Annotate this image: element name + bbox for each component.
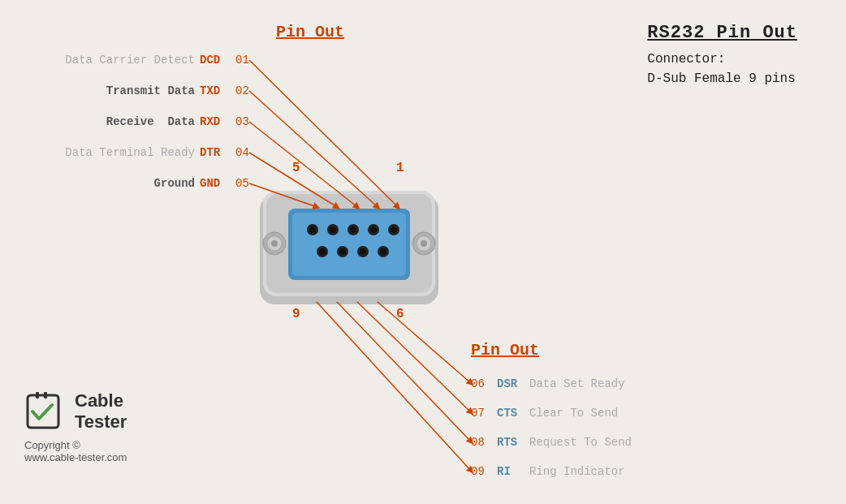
svg-point-10	[309, 226, 316, 233]
pin-2-desc: Transmit Data	[16, 84, 195, 97]
pin-row-1: Data Carrier Detect DCD 01	[16, 45, 260, 75]
pin-8-num: 08	[471, 436, 497, 449]
pin-row-8: 08 RTS Request To Send	[471, 428, 632, 457]
logo-tester: Tester	[75, 411, 127, 433]
svg-point-13	[370, 226, 377, 233]
pin-row-3: Receive Data RXD 03	[16, 106, 260, 137]
svg-point-28	[421, 240, 427, 247]
pin-4-desc: Data Terminal Ready	[16, 146, 195, 159]
connector-num-5: 5	[292, 161, 300, 175]
connector-num-1: 1	[396, 161, 404, 175]
bottom-pin-labels: 06 DSR Data Set Ready 07 CTS Clear To Se…	[471, 369, 632, 486]
svg-rect-4	[292, 213, 406, 276]
connector-num-6: 6	[396, 307, 404, 321]
pin-row-2: Transmit Data TXD 02	[16, 75, 260, 106]
svg-rect-40	[44, 392, 47, 398]
pin-8-desc: Request To Send	[529, 436, 632, 449]
svg-point-14	[391, 226, 397, 233]
pin-6-desc: Data Set Ready	[529, 377, 625, 390]
svg-point-20	[339, 248, 346, 255]
svg-point-25	[271, 240, 278, 247]
svg-point-21	[360, 248, 366, 255]
pin-7-desc: Clear To Send	[529, 407, 618, 420]
pin-4-abbr: DTR	[200, 146, 232, 159]
pin-1-num: 01	[235, 54, 260, 67]
logo-box: Cable Tester	[24, 390, 127, 433]
pin-9-abbr: RI	[497, 465, 529, 478]
pin-row-7: 07 CTS Clear To Send	[471, 398, 632, 428]
pin-2-abbr: TXD	[200, 84, 232, 97]
top-pin-labels: Data Carrier Detect DCD 01 Transmit Data…	[16, 45, 260, 199]
pin-row-4: Data Terminal Ready DTR 04	[16, 137, 260, 168]
svg-rect-39	[36, 392, 39, 398]
page-title: RS232 Pin Out	[647, 23, 797, 43]
pin-1-desc: Data Carrier Detect	[16, 54, 195, 67]
svg-point-19	[319, 248, 326, 255]
connector-label: Connector:	[647, 52, 725, 67]
logo-icon	[24, 390, 67, 433]
logo-area: Cable Tester Copyright © www.cable-teste…	[24, 390, 127, 463]
pin-8-abbr: RTS	[497, 436, 529, 449]
connector-type: D-Sub Female 9 pins	[647, 71, 795, 86]
pin-row-9: 09 RI Ring Indicator	[471, 457, 632, 486]
pin-2-num: 02	[235, 84, 260, 97]
pin-3-abbr: RXD	[200, 115, 232, 128]
pinout-label-top: Pin Out	[276, 23, 344, 41]
pin-row-5: Ground GND 05	[16, 168, 260, 199]
pin-7-num: 07	[471, 407, 497, 420]
pin-7-abbr: CTS	[497, 407, 529, 420]
svg-point-12	[350, 226, 356, 233]
svg-point-22	[380, 248, 386, 255]
pin-3-num: 03	[235, 115, 260, 128]
pin-9-desc: Ring Indicator	[529, 465, 625, 478]
pinout-label-bottom: Pin Out	[471, 341, 539, 360]
logo-url: www.cable-tester.com	[24, 451, 127, 463]
connector-num-9: 9	[292, 307, 300, 321]
pin-6-abbr: DSR	[497, 377, 529, 390]
pin-6-num: 06	[471, 377, 497, 390]
pin-5-desc: Ground	[16, 177, 195, 190]
logo-cable: Cable	[75, 390, 127, 411]
pin-row-6: 06 DSR Data Set Ready	[471, 369, 632, 398]
pin-5-abbr: GND	[200, 177, 232, 190]
pin-3-desc: Receive Data	[16, 115, 195, 128]
logo-copyright: Copyright ©	[24, 439, 127, 451]
connector-info: Connector: D-Sub Female 9 pins	[647, 50, 797, 88]
connector-svg	[252, 158, 447, 337]
svg-point-11	[330, 226, 336, 233]
pin-9-num: 09	[471, 465, 497, 478]
pin-4-num: 04	[235, 146, 260, 159]
pin-1-abbr: DCD	[200, 54, 232, 67]
connector-diagram	[252, 158, 447, 337]
title-box: RS232 Pin Out Connector: D-Sub Female 9 …	[647, 23, 797, 88]
logo-text: Cable Tester	[75, 390, 127, 433]
